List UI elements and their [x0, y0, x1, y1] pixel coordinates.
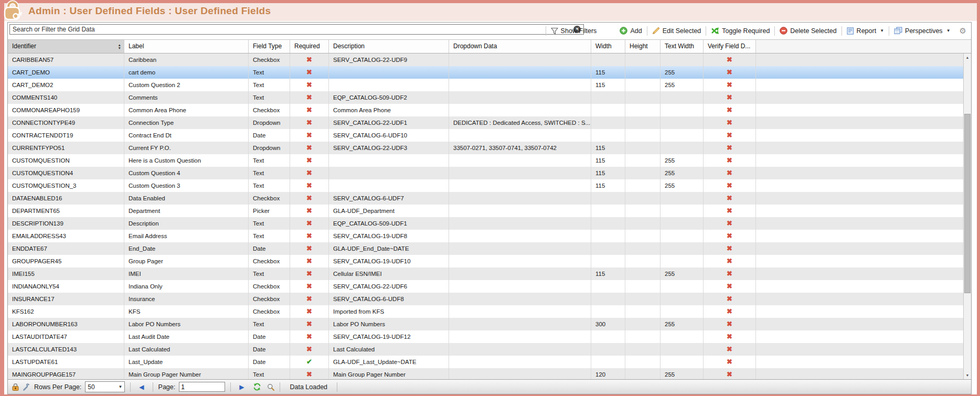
cell-identifier: CONNECTIONTYPE49: [8, 116, 124, 129]
chevron-down-icon: ▼: [118, 384, 122, 389]
table-row[interactable]: LASTCALCULATED143Last CalculatedDate✖Las…: [8, 343, 963, 356]
x-icon: ✖: [727, 144, 732, 152]
cell-text-width: [661, 242, 704, 255]
x-icon: ✖: [727, 244, 732, 252]
refresh-icon[interactable]: [253, 383, 261, 391]
column-header-field-type[interactable]: Field Type: [249, 40, 290, 53]
lock-icon[interactable]: [12, 383, 19, 391]
cell-dropdown-data: DEDICATED : Dedicated Access, SWITCHED :…: [449, 116, 591, 129]
add-button[interactable]: Add: [615, 25, 646, 37]
table-row[interactable]: CUSTOMQUESTIONHere is a Custom QuestionT…: [8, 154, 963, 167]
cell-identifier: CART_DEMO: [8, 66, 124, 79]
table-row[interactable]: LASTAUDITDATE47Last Audit DateDate✖SERV_…: [8, 330, 963, 343]
table-row[interactable]: CART_DEMO2Custom Question 2Text✖115255✖: [8, 79, 963, 91]
cell-text-width: [661, 53, 704, 66]
settings-gear-icon[interactable]: ⚙: [960, 26, 966, 36]
cell-text-width: 255: [661, 66, 704, 79]
x-icon: ✖: [727, 370, 732, 378]
report-button[interactable]: Report ▼: [842, 25, 889, 37]
table-row[interactable]: COMMENTS140CommentsText✖EQP_CATALOG-509-…: [8, 91, 963, 104]
column-header-text-width[interactable]: Text Width: [661, 40, 704, 53]
next-page-icon[interactable]: ▶: [236, 383, 247, 391]
table-row[interactable]: CARIBBEAN57CaribbeanCheckbox✖SERV_CATALO…: [8, 53, 963, 66]
cell-field-type: Picker: [249, 205, 290, 217]
cell-width: 115: [591, 267, 625, 280]
cell-filler: [756, 104, 963, 116]
edit-selected-button[interactable]: Edit Selected: [647, 25, 706, 37]
table-row[interactable]: LABORPONUMBER163Labor PO NumbersText✖Lab…: [8, 318, 963, 330]
previous-page-icon[interactable]: ◀: [136, 383, 147, 391]
cell-label: Last Calculated: [124, 343, 249, 356]
cell-label: Current FY P.O.: [124, 142, 249, 154]
column-header-width[interactable]: Width: [591, 40, 625, 53]
table-row[interactable]: COMMONAREAPHO159Common Area PhoneCheckbo…: [8, 104, 963, 116]
table-row[interactable]: IMEI155IMEIText✖Cellular ESN/IMEI115255✖: [8, 267, 963, 280]
column-header-identifier[interactable]: Identifier ▲▼: [8, 40, 124, 53]
x-icon: ✖: [306, 169, 312, 177]
cell-filler: [756, 230, 963, 242]
table-row[interactable]: DATAENABLED16Data EnabledCheckbox✖SERV_C…: [8, 192, 963, 205]
cell-text-width: 255: [661, 368, 704, 379]
wrench-icon[interactable]: [23, 383, 30, 391]
cell-label: Custom Question 3: [124, 179, 249, 192]
scrollbar-thumb[interactable]: [964, 114, 971, 293]
cell-height: [625, 79, 661, 91]
column-header-description[interactable]: Description: [329, 40, 449, 53]
table-row[interactable]: GROUPPAGER45Group PagerCheckbox✖SERV_CAT…: [8, 255, 963, 267]
rows-per-page-select[interactable]: 50 ▼: [85, 381, 125, 392]
cell-field-type: Date: [249, 129, 290, 142]
table-row[interactable]: CUSTOMQUESTION_3Custom Question 3Text✖11…: [8, 179, 963, 192]
titlebar: Admin : User Defined Fields : User Defin…: [4, 3, 977, 21]
page-number-input[interactable]: [179, 382, 225, 392]
cell-height: [625, 142, 661, 154]
cell-dropdown-data: [449, 280, 591, 293]
table-row[interactable]: EMAILADDRESS43Email AddressText✖SERV_CAT…: [8, 230, 963, 242]
table-row[interactable]: INSURANCE17InsuranceCheckbox✖SERV_CATALO…: [8, 293, 963, 305]
cell-filler: [756, 53, 963, 66]
table-row[interactable]: CUSTOMQUESTION4Custom Question 4Text✖115…: [8, 167, 963, 179]
cell-text-width: 255: [661, 318, 704, 330]
table-row[interactable]: LASTUPDATE61Last_UpdateDate✔GLA-UDF_Last…: [8, 356, 963, 368]
cell-dropdown-data: [449, 104, 591, 116]
table-row[interactable]: CONTRACTENDDT19Contract End DtDate✖SERV_…: [8, 129, 963, 142]
table-row[interactable]: CONNECTIONTYPE49Connection TypeDropdown✖…: [8, 116, 963, 129]
cell-filler: [756, 91, 963, 104]
table-row[interactable]: ENDDATE67End_DateDate✖GLA-UDF_End_Date~D…: [8, 242, 963, 255]
rows-per-page-label: Rows Per Page:: [34, 383, 81, 391]
column-header-dropdown-data[interactable]: Dropdown Data: [449, 40, 591, 53]
cell-dropdown-data: [449, 79, 591, 91]
cell-text-width: [661, 142, 704, 154]
column-header-verify-field-data[interactable]: Verify Field D...: [704, 40, 756, 53]
cell-required: ✖: [290, 330, 329, 343]
column-header-height[interactable]: Height: [625, 40, 661, 53]
search-input[interactable]: [9, 24, 584, 35]
table-row[interactable]: DEPARTMENT65DepartmentPicker✖GLA-UDF_Dep…: [8, 205, 963, 217]
cell-identifier: CURRENTFYPO51: [8, 142, 124, 154]
cell-verify: ✖: [704, 267, 756, 280]
show-filters-button[interactable]: Show Filters: [546, 25, 602, 37]
cell-filler: [756, 116, 963, 129]
toggle-required-button[interactable]: Toggle Required: [706, 25, 774, 37]
cell-label: Main Group Pager Number: [124, 368, 249, 379]
perspectives-button[interactable]: Perspectives ▼: [889, 25, 955, 37]
column-header-required[interactable]: Required: [290, 40, 329, 53]
table-row[interactable]: INDIANAONLY54Indiana OnlyCheckbox✖SERV_C…: [8, 280, 963, 293]
cell-filler: [756, 66, 963, 79]
delete-selected-button[interactable]: Delete Selected: [775, 25, 841, 37]
cell-description: EQP_CATALOG-509-UDF1: [329, 217, 449, 230]
table-row[interactable]: KFS162KFSCheckbox✖Imported from KFS✖: [8, 305, 963, 318]
vertical-scrollbar[interactable]: ▲ ▼: [963, 53, 971, 379]
table-row[interactable]: MAINGROUPPAGE157Main Group Pager NumberT…: [8, 368, 963, 379]
cell-verify: ✖: [704, 53, 756, 66]
cell-identifier: DEPARTMENT65: [8, 205, 124, 217]
cell-height: [625, 192, 661, 205]
cell-height: [625, 267, 661, 280]
table-row[interactable]: CART_DEMOcart demoText✖115255✖: [8, 66, 963, 79]
table-row[interactable]: DESCRIPTION139DescriptionText✖EQP_CATALO…: [8, 217, 963, 230]
magnifier-icon[interactable]: [267, 383, 274, 391]
toggle-required-label: Toggle Required: [722, 27, 770, 35]
scroll-up-icon[interactable]: ▲: [964, 53, 971, 61]
column-header-label[interactable]: Label: [124, 40, 249, 53]
table-row[interactable]: CURRENTFYPO51Current FY P.O.Dropdown✖SER…: [8, 142, 963, 154]
scroll-down-icon[interactable]: ▼: [964, 371, 971, 379]
